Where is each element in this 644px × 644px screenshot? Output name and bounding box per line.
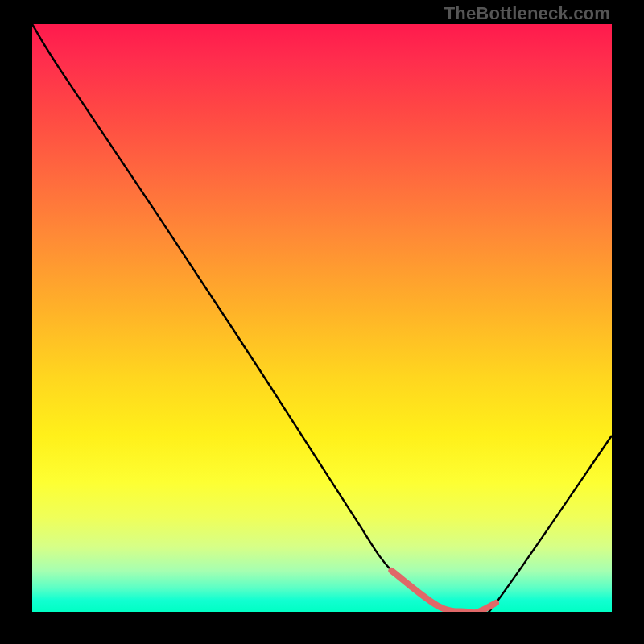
watermark-text: TheBottleneck.com <box>444 3 610 24</box>
plot-area <box>32 24 612 612</box>
gradient-background <box>32 24 612 612</box>
chart-frame: TheBottleneck.com <box>0 0 644 644</box>
